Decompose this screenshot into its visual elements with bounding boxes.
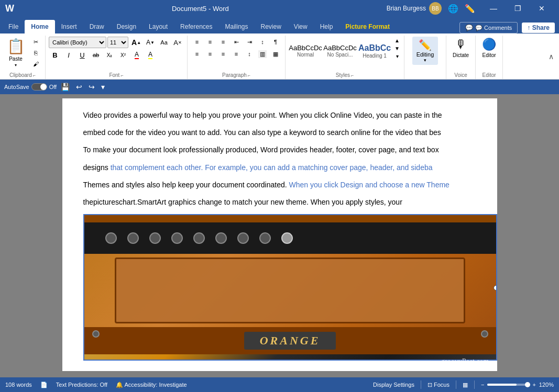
redo-button[interactable]: ↪ (86, 82, 97, 92)
undo-button[interactable]: ↩ (74, 82, 84, 92)
zoom-thumb (525, 382, 530, 387)
styles-scroll-down[interactable]: ▼ (393, 44, 401, 52)
editor-group: 🔵 Editor Editor (476, 36, 503, 79)
autosave-toggle-track[interactable] (31, 83, 47, 91)
clipboard-expand-icon[interactable]: ⌐ (33, 73, 36, 78)
align-left-button[interactable]: ≡ (191, 49, 203, 59)
share-button[interactable]: ↑ Share (522, 23, 555, 33)
zoom-slider[interactable] (487, 384, 529, 386)
focus-icon: ⊡ (428, 382, 432, 388)
editing-button[interactable]: ✏️ Editing ▾ (412, 37, 439, 65)
superscript-icon: X² (120, 52, 126, 58)
justify-button[interactable]: ≡ (230, 49, 243, 59)
title-bar-left: W (5, 3, 14, 14)
paragraph-expand-icon[interactable]: ⌐ (248, 73, 250, 78)
ribbon-tabs: File Home Insert Draw Design Layout Refe… (0, 17, 559, 33)
amp-image-content: ORANGE (84, 215, 496, 360)
word-logo-icon: W (5, 3, 14, 14)
font-shrink-button[interactable]: A▼ (144, 37, 157, 48)
accessibility-checker[interactable]: 🔔 Accessibility: Investigate (116, 382, 187, 388)
tab-draw[interactable]: Draw (83, 20, 111, 33)
multilevel-list-button[interactable]: ≡ (217, 37, 229, 47)
cut-button[interactable]: ✂ (29, 37, 42, 47)
minimize-button[interactable]: — (481, 0, 506, 17)
font-expand-icon[interactable]: ⌐ (120, 73, 123, 78)
shading-button[interactable]: ▥ (256, 49, 269, 59)
comments-button[interactable]: 💬 💬 Comments (459, 22, 518, 33)
document-page[interactable]: Video provides a powerful way to help yo… (62, 98, 497, 371)
dictate-button[interactable]: 🎙 Dictate (450, 37, 472, 59)
zoom-percent[interactable]: 120% (539, 382, 554, 388)
decrease-indent-button[interactable]: ⇤ (230, 37, 243, 47)
logo-plate: ORANGE (244, 332, 336, 350)
font-size-select[interactable]: 11 (107, 37, 128, 48)
zoom-in-button[interactable]: + (532, 382, 535, 388)
focus-mode[interactable]: ⊡ Focus (428, 382, 450, 388)
show-formatting-button[interactable]: ¶ (269, 37, 282, 47)
align-right-icon: ≡ (222, 51, 225, 57)
style-normal-item[interactable]: AaBbCcDc Normal (289, 37, 322, 65)
clear-formatting-button[interactable]: A✕ (171, 37, 184, 48)
align-right-button[interactable]: ≡ (217, 49, 229, 59)
paragraph-6: thepictureschart.SmartArt graphics chang… (83, 196, 476, 209)
copy-button[interactable]: ⎘ (29, 48, 42, 58)
underline-button[interactable]: U (76, 50, 89, 60)
bold-button[interactable]: B (49, 50, 61, 60)
strikethrough-button[interactable]: ab (90, 50, 102, 60)
tab-home[interactable]: Home (25, 20, 54, 33)
styles-expand-icon[interactable]: ⌐ (351, 73, 354, 78)
paste-button[interactable]: 📋 Paste ▾ (3, 37, 28, 69)
save-button[interactable]: 💾 (59, 82, 72, 92)
font-grow-button[interactable]: A▲ (129, 37, 143, 48)
display-settings[interactable]: Display Settings (373, 382, 414, 388)
document-image[interactable]: ORANGE ⊞ (83, 214, 497, 361)
styles-more[interactable]: ▾ (393, 52, 401, 60)
format-painter-button[interactable]: 🖌 (29, 59, 42, 69)
font-shrink-icon: A (146, 39, 150, 46)
more-commands-button[interactable]: ▾ (99, 82, 107, 92)
align-center-button[interactable]: ≡ (204, 49, 216, 59)
para-row-1: ≡ ≡ ≡ ⇤ ⇥ ↕ ¶ (191, 37, 282, 47)
editor-button[interactable]: 🔵 Editor (479, 37, 499, 59)
ribbon-collapse-icon[interactable]: ∧ (549, 52, 554, 61)
style-nospace-item[interactable]: AaBbCcDc No Spaci... (323, 37, 357, 65)
font-name-select[interactable]: Calibri (Body) (49, 37, 106, 48)
font-color-icon: A (135, 51, 139, 59)
paragraph-content: ≡ ≡ ≡ ⇤ ⇥ ↕ ¶ ≡ ≡ ≡ ≡ ↕ ▥ ▦ (191, 37, 282, 71)
tab-help[interactable]: Help (314, 20, 339, 33)
tab-insert[interactable]: Insert (55, 20, 83, 33)
tab-file[interactable]: File (2, 20, 25, 33)
tab-mailings[interactable]: Mailings (218, 20, 254, 33)
bullets-button[interactable]: ≡ (191, 37, 203, 47)
amp-bottom-band: ORANGE (84, 327, 496, 354)
tab-layout[interactable]: Layout (143, 20, 174, 33)
clipboard-group: 📋 Paste ▾ ✂ ⎘ 🖌 Clipboard ⌐ (0, 36, 46, 79)
increase-indent-button[interactable]: ⇥ (243, 37, 256, 47)
style-heading1-preview: AaBbCc (358, 43, 391, 53)
tab-review[interactable]: Review (255, 20, 288, 33)
restore-button[interactable]: ❐ (506, 0, 530, 17)
tab-design[interactable]: Design (111, 20, 143, 33)
font-color-button[interactable]: A (130, 50, 143, 60)
tab-references[interactable]: References (174, 20, 218, 33)
numbering-button[interactable]: ≡ (204, 37, 216, 47)
zoom-out-button[interactable]: − (481, 382, 484, 388)
tab-view[interactable]: View (288, 20, 314, 33)
subscript-button[interactable]: X₂ (103, 50, 116, 60)
borders-button[interactable]: ▦ (269, 49, 282, 59)
font-content: Calibri (Body) 11 A▲ A▼ Aa A✕ B I U ab X… (49, 37, 184, 71)
sort-button[interactable]: ↕ (256, 37, 269, 47)
paragraph-4: designs that complement each other. For … (83, 161, 476, 174)
styles-scroll-up[interactable]: ▲ (393, 37, 401, 44)
highlight-color-button[interactable]: A (144, 50, 157, 60)
styles-grid: AaBbCcDc Normal AaBbCcDc No Spaci... AaB… (289, 37, 391, 65)
editing-icon: ✏️ (419, 39, 432, 51)
line-spacing-button[interactable]: ↕ (243, 49, 256, 59)
style-heading1-item[interactable]: AaBbCc Heading 1 (358, 37, 391, 65)
italic-button[interactable]: I (62, 50, 75, 60)
cut-icon: ✂ (34, 39, 38, 46)
superscript-button[interactable]: X² (117, 50, 129, 60)
tab-picture-format[interactable]: Picture Format (339, 20, 396, 33)
change-case-button[interactable]: Aa (158, 37, 170, 48)
close-button[interactable]: ✕ (530, 0, 554, 17)
